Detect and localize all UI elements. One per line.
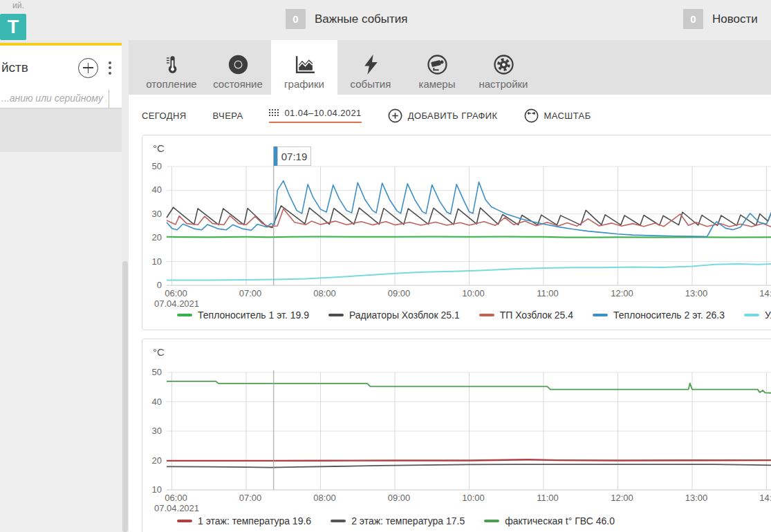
x-tick-label: 14:00 bbox=[759, 288, 771, 298]
legend-label: ТП Хозблок 25.4 bbox=[500, 310, 573, 321]
x-tick-label: 09:00 bbox=[388, 288, 411, 298]
plus-circle-icon bbox=[388, 108, 402, 123]
legend-swatch bbox=[744, 314, 759, 316]
tab-settings[interactable]: настройки bbox=[470, 40, 537, 95]
legend-swatch bbox=[328, 314, 344, 316]
device-sidebar: йств bbox=[0, 40, 122, 532]
tab-heating[interactable]: отопление bbox=[138, 40, 205, 95]
tab-state[interactable]: состояние bbox=[205, 40, 271, 95]
date-range-button[interactable]: 01.04–10.04.2021 bbox=[269, 108, 361, 123]
x-tick-label: 10:00 bbox=[462, 288, 485, 298]
chart-legend-lower: 1 этаж: температура 19.62 этаж: температ… bbox=[177, 515, 771, 526]
legend-item[interactable]: 1 этаж: температура 19.6 bbox=[177, 515, 311, 526]
x-tick-label: 10:00 bbox=[462, 493, 485, 503]
legend-swatch bbox=[484, 520, 499, 522]
y-tick-label: 10 bbox=[152, 256, 162, 267]
legend-item[interactable]: фактическая t° ГВС 46.0 bbox=[484, 515, 615, 526]
y-tick-label: 40 bbox=[152, 184, 162, 195]
legend-item[interactable]: Радиаторы Хозблок 25.1 bbox=[328, 310, 460, 321]
sidebar-menu-button[interactable] bbox=[104, 58, 116, 78]
legend-swatch bbox=[593, 314, 608, 316]
legend-swatch bbox=[177, 314, 192, 316]
sidebar-scrollbar-thumb[interactable] bbox=[122, 261, 128, 532]
app-logo[interactable]: Т bbox=[0, 14, 26, 40]
legend-swatch bbox=[331, 520, 346, 522]
x-tick-label: 08:00 bbox=[313, 288, 336, 298]
legend-swatch bbox=[479, 314, 494, 316]
chart-card-lower: °C 102030405006:0007:0008:0009:0010:0011… bbox=[142, 339, 771, 532]
x-tick-label: 12:00 bbox=[611, 493, 633, 503]
calendar-grid-icon bbox=[269, 108, 279, 117]
main-tab-bar: отопление состояние графики события bbox=[129, 40, 771, 95]
legend-label: Теплоноситель 2 эт. 26.3 bbox=[613, 310, 725, 321]
tab-label: отопление bbox=[146, 78, 196, 90]
add-chart-label: ДОБАВИТЬ ГРАФИК bbox=[408, 111, 498, 121]
sidebar-header: йств bbox=[0, 46, 122, 90]
x-axis-date-label: 07.04.2021 bbox=[154, 298, 199, 308]
yesterday-button[interactable]: ВЧЕРА bbox=[213, 111, 243, 121]
device-list-item[interactable] bbox=[0, 108, 122, 152]
chart-plot-lower[interactable]: 102030405006:0007:0008:0009:0010:0011:00… bbox=[142, 339, 771, 516]
legend-label: фактическая t° ГВС 46.0 bbox=[505, 515, 615, 526]
legend-label: Улица: температура bbox=[765, 310, 771, 321]
top-bar: ий. Т 0 Важные события 0 Новости bbox=[0, 0, 771, 40]
x-tick-label: 06:00 bbox=[165, 288, 187, 298]
legend-label: Теплоноситель 1 эт. 19.9 bbox=[198, 310, 309, 321]
x-tick-label: 14:00 bbox=[759, 493, 771, 503]
tab-cameras[interactable]: камеры bbox=[404, 40, 470, 95]
legend-item[interactable]: Улица: температура bbox=[744, 310, 771, 321]
tab-label: камеры bbox=[418, 78, 455, 90]
y-tick-label: 20 bbox=[152, 232, 162, 243]
news-label: Новости bbox=[712, 12, 758, 26]
chart-svg: 0102030405006:0007:0008:0009:0010:0011:0… bbox=[142, 135, 771, 308]
legend-item[interactable]: 2 этаж: температура 17.5 bbox=[331, 515, 465, 526]
gear-icon bbox=[492, 53, 515, 76]
important-events-button[interactable]: 0 Важные события bbox=[286, 9, 408, 29]
device-search-input[interactable] bbox=[0, 90, 109, 108]
thermometer-icon bbox=[160, 53, 183, 76]
events-label: Важные события bbox=[315, 12, 408, 26]
y-tick-label: 10 bbox=[152, 484, 162, 495]
tab-events[interactable]: события bbox=[337, 40, 404, 95]
legend-item[interactable]: Теплоноситель 2 эт. 26.3 bbox=[593, 310, 725, 321]
logo-text-fragment: ий. bbox=[12, 1, 24, 10]
tab-label: настройки bbox=[479, 78, 528, 90]
y-tick-label: 30 bbox=[152, 209, 162, 219]
x-tick-label: 07:00 bbox=[239, 288, 262, 298]
scale-button[interactable]: МАСШТАБ bbox=[524, 108, 591, 123]
x-tick-label: 12:00 bbox=[611, 288, 633, 298]
add-device-button[interactable] bbox=[78, 58, 98, 78]
chart-icon bbox=[293, 53, 316, 76]
today-button[interactable]: СЕГОДНЯ bbox=[142, 111, 187, 121]
y-tick-label: 40 bbox=[152, 397, 162, 407]
charts-panel: СЕГОДНЯ ВЧЕРА 01.04–10.04.2021 ДОБАВИТЬ … bbox=[129, 95, 771, 532]
lightning-icon bbox=[360, 53, 382, 76]
status-ring-icon bbox=[227, 53, 250, 76]
x-tick-label: 07:00 bbox=[239, 493, 262, 503]
y-tick-label: 30 bbox=[152, 426, 162, 436]
x-tick-label: 13:00 bbox=[685, 288, 708, 298]
y-tick-label: 20 bbox=[152, 455, 162, 466]
device-list-empty-area bbox=[0, 152, 122, 532]
cursor-time-tooltip: 07:19 bbox=[277, 146, 311, 166]
legend-item[interactable]: Теплоноситель 1 эт. 19.9 bbox=[177, 310, 309, 321]
date-range-label: 01.04–10.04.2021 bbox=[284, 108, 361, 118]
x-tick-label: 09:00 bbox=[388, 493, 411, 503]
tab-charts[interactable]: графики bbox=[271, 40, 337, 95]
scale-arrows-icon bbox=[524, 108, 539, 123]
charts-toolbar: СЕГОДНЯ ВЧЕРА 01.04–10.04.2021 ДОБАВИТЬ … bbox=[142, 100, 591, 131]
news-button[interactable]: 0 Новости bbox=[683, 9, 758, 29]
legend-item[interactable]: ТП Хозблок 25.4 bbox=[479, 310, 573, 321]
logo-letter: Т bbox=[8, 17, 19, 38]
legend-swatch bbox=[177, 520, 192, 522]
x-tick-label: 11:00 bbox=[537, 493, 559, 503]
tab-label: события bbox=[351, 78, 391, 90]
chart-plot-upper[interactable]: 0102030405006:0007:0008:0009:0010:0011:0… bbox=[142, 135, 771, 311]
x-tick-label: 08:00 bbox=[313, 493, 336, 503]
tab-label: графики bbox=[284, 78, 324, 90]
legend-label: 1 этаж: температура 19.6 bbox=[198, 515, 311, 526]
y-tick-label: 0 bbox=[157, 280, 162, 290]
add-chart-button[interactable]: ДОБАВИТЬ ГРАФИК bbox=[388, 108, 498, 123]
y-tick-label: 50 bbox=[152, 161, 162, 171]
y-tick-label: 50 bbox=[152, 367, 162, 377]
